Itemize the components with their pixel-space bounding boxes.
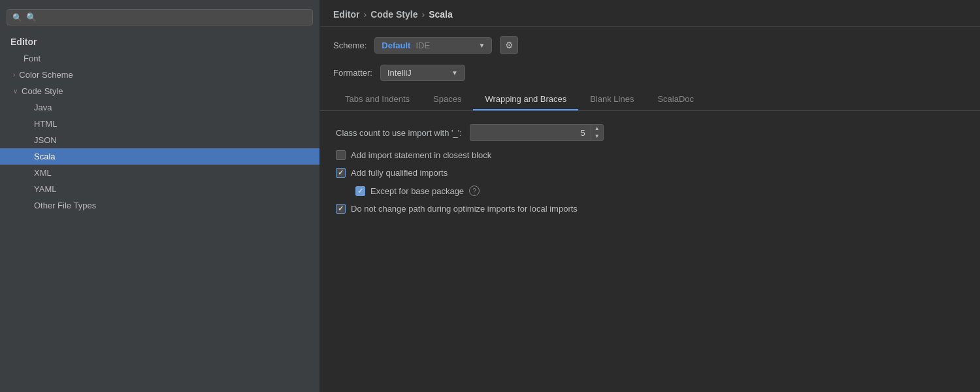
sidebar-item-json[interactable]: JSON [0,132,319,148]
formatter-arrow-icon: ▼ [451,69,458,76]
sidebar-label-java: Java [34,103,52,112]
checkbox-except-base-package[interactable]: ✓ [355,186,365,196]
sidebar-label-scala: Scala [34,152,56,161]
gear-button[interactable]: ⚙ [500,36,518,54]
breadcrumb-scala: Scala [429,9,453,20]
formatter-row: Formatter: IntelliJ ▼ [320,61,980,89]
main-panel: Editor › Code Style › Scala Scheme: Defa… [320,0,980,392]
sidebar-label-font: Font [24,54,41,63]
sidebar-label-yaml: YAML [34,184,56,194]
sidebar-label-color-scheme: Color Scheme [19,70,73,80]
scheme-ide-text: IDE [416,41,430,50]
formatter-label: Formatter: [333,68,372,78]
scheme-arrow-icon: ▼ [478,42,485,49]
search-input[interactable] [26,12,307,22]
checkbox-row-do-not-change-path: ✓Do not change path during optimize impo… [336,204,964,214]
checkbox-add-import-closest[interactable] [336,150,346,160]
checkbox-do-not-change-path[interactable]: ✓ [336,204,346,214]
sidebar-label-other-file-types: Other File Types [34,201,96,210]
formatter-dropdown[interactable]: IntelliJ ▼ [380,65,465,81]
expand-icon-code-style: ∨ [13,88,18,95]
tab-tabs-indents[interactable]: Tabs and Indents [333,89,421,110]
checkbox-row-add-import-closest: Add import statement in closest block [336,150,964,160]
sidebar-item-editor[interactable]: Editor [0,33,319,50]
class-count-row: Class count to use import with '_': ▲ ▼ [336,124,964,141]
scheme-row: Scheme: Default IDE ▼ ⚙ [320,27,980,61]
checkmark-except-base-package: ✓ [357,187,363,195]
checkmark-add-fully-qualified: ✓ [338,169,344,177]
search-icon: 🔍 [12,13,22,22]
class-count-input-wrap: ▲ ▼ [470,124,604,141]
tabs-row: Tabs and IndentsSpacesWrapping and Brace… [320,89,980,111]
scheme-default-text: Default [382,41,410,50]
sidebar-item-xml[interactable]: XML [0,165,319,181]
checkbox-row-add-fully-qualified: ✓Add fully qualified imports [336,168,964,178]
tabs-container: Tabs and IndentsSpacesWrapping and Brace… [333,89,706,110]
spinner-down-button[interactable]: ▼ [591,133,603,140]
breadcrumb-sep1: › [363,9,367,20]
search-bar[interactable]: 🔍 [7,9,313,25]
sidebar-item-font[interactable]: Font [0,50,319,67]
sidebar-item-color-scheme[interactable]: ›Color Scheme [0,67,319,83]
scheme-label: Scheme: [333,41,367,50]
sidebar-item-java[interactable]: Java [0,99,319,116]
checkmark-do-not-change-path: ✓ [338,204,344,213]
sidebar-label-json: JSON [34,135,57,145]
checkbox-label-add-fully-qualified: Add fully qualified imports [351,168,448,178]
help-icon-except-base-package[interactable]: ? [469,186,480,196]
formatter-value: IntelliJ [387,68,412,78]
checkbox-label-do-not-change-path: Do not change path during optimize impor… [351,204,578,214]
checkbox-label-add-import-closest: Add import statement in closest block [351,150,491,160]
tab-blank-lines[interactable]: Blank Lines [578,89,645,110]
sidebar-label-html: HTML [34,119,57,129]
sidebar-label-editor: Editor [10,37,37,47]
expand-icon-color-scheme: › [13,71,15,78]
checkbox-label-except-base-package: Except for base package [370,186,464,196]
checkbox-add-fully-qualified[interactable]: ✓ [336,168,346,178]
class-count-label: Class count to use import with '_': [336,128,462,138]
breadcrumb-sep2: › [421,9,425,20]
breadcrumb: Editor › Code Style › Scala [320,0,980,27]
sidebar: 🔍 EditorFont›Color Scheme∨Code StyleJava… [0,0,320,392]
sidebar-label-code-style: Code Style [22,86,63,96]
checkboxes-container: Add import statement in closest block✓Ad… [336,150,964,214]
sidebar-label-xml: XML [34,168,52,178]
scheme-dropdown[interactable]: Default IDE ▼ [374,37,492,54]
class-count-input[interactable] [470,125,591,140]
content-area: Class count to use import with '_': ▲ ▼ … [320,111,980,392]
checkbox-row-except-base-package: ✓Except for base package? [336,186,964,196]
breadcrumb-codestyle: Code Style [370,9,417,20]
tab-scaladoc[interactable]: ScalaDoc [645,89,706,110]
sidebar-item-scala[interactable]: Scala [0,148,319,165]
tab-wrapping-braces[interactable]: Wrapping and Braces [473,89,578,110]
spinner-buttons: ▲ ▼ [591,125,603,140]
breadcrumb-editor: Editor [333,9,359,20]
sidebar-item-other-file-types[interactable]: Other File Types [0,197,319,214]
sidebar-list: EditorFont›Color Scheme∨Code StyleJavaHT… [0,33,319,214]
sidebar-item-yaml[interactable]: YAML [0,181,319,197]
sidebar-item-html[interactable]: HTML [0,116,319,132]
sidebar-item-code-style[interactable]: ∨Code Style [0,83,319,99]
tab-spaces[interactable]: Spaces [421,89,473,110]
spinner-up-button[interactable]: ▲ [591,125,603,133]
